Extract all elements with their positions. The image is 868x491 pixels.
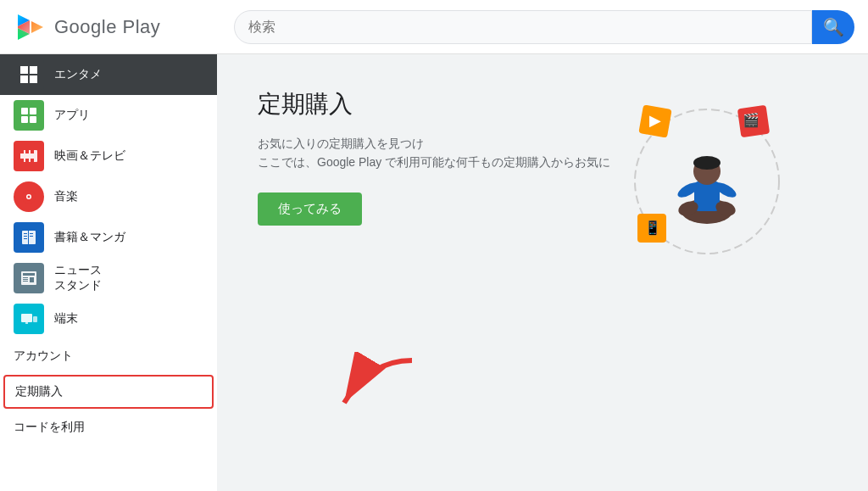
sidebar-item-music[interactable]: 音楽 [0,176,217,217]
svg-rect-30 [30,277,34,282]
search-icon: 🔍 [823,17,844,37]
search-input[interactable] [234,10,812,44]
svg-rect-4 [21,108,28,114]
sidebar-label-news: ニューススタンド [54,263,102,293]
search-button[interactable]: 🔍 [812,10,854,44]
svg-rect-1 [30,66,37,74]
sidebar-code-label: コードを利用 [14,420,85,435]
svg-rect-5 [30,108,36,114]
sidebar-item-apps[interactable]: アプリ [0,95,217,136]
music-icon [14,181,44,212]
sidebar: エンタメ アプリ [0,54,217,491]
svg-rect-32 [33,316,37,322]
svg-rect-31 [21,314,32,322]
logo-area: Google Play [14,10,234,44]
sidebar-item-entertainment[interactable]: エンタメ [0,54,217,95]
entertainment-icon [14,59,44,90]
svg-point-17 [28,196,31,198]
svg-point-44 [693,156,721,170]
search-area: 🔍 [234,10,854,44]
svg-rect-33 [25,322,28,324]
sidebar-item-news[interactable]: ニューススタンド [0,258,217,299]
sidebar-label-books: 書籍＆マンガ [54,230,125,245]
sidebar-item-devices[interactable]: 端末 [0,299,217,339]
sidebar-item-movies[interactable]: 映画＆テレビ [0,136,217,176]
svg-rect-28 [23,279,28,280]
svg-rect-21 [24,236,27,237]
svg-rect-2 [20,75,28,83]
svg-rect-23 [30,233,33,234]
svg-rect-6 [21,116,28,123]
main-content: 定期購入 お気に入りの定期購入を見つけ ここでは、Google Play で利用… [217,54,868,491]
svg-rect-19 [28,231,29,244]
svg-text:▶: ▶ [649,112,661,129]
logo-text: Google Play [54,16,160,38]
movies-icon [14,141,44,171]
sidebar-item-books[interactable]: 書籍＆マンガ [0,217,217,258]
google-play-logo-icon [14,10,47,44]
svg-rect-20 [24,233,27,234]
sidebar-section-account[interactable]: アカウント [0,339,217,373]
svg-rect-14 [31,159,34,162]
sidebar-label-devices: 端末 [54,311,78,326]
svg-rect-12 [25,159,29,162]
svg-rect-3 [30,75,37,83]
sidebar-label-apps: アプリ [54,108,90,123]
svg-text:🎬: 🎬 [743,112,760,128]
sidebar-label-music: 音楽 [54,189,78,204]
svg-rect-11 [20,159,24,162]
svg-rect-13 [31,150,34,153]
header: Google Play 🔍 [0,0,868,54]
devices-icon [14,304,44,334]
books-icon [14,222,44,253]
news-icon [14,263,44,293]
sidebar-label-entertainment: エンタメ [54,67,102,82]
sidebar-label-movies: 映画＆テレビ [54,148,125,164]
sidebar-section-subscription[interactable]: 定期購入 [3,375,214,409]
svg-rect-22 [24,238,27,239]
svg-text:📱: 📱 [644,220,661,236]
svg-rect-9 [20,150,24,153]
apps-icon [14,100,44,131]
main-layout: エンタメ アプリ [0,54,868,491]
svg-rect-24 [30,236,33,237]
svg-rect-27 [23,277,28,278]
subscription-illustration: ▶ 🎬 📱 [597,71,817,292]
sidebar-section-code[interactable]: コードを利用 [0,410,217,444]
sidebar-subscription-label: 定期購入 [15,384,63,399]
try-button[interactable]: 使ってみる [258,192,362,226]
svg-rect-29 [23,281,28,282]
svg-rect-10 [25,150,29,153]
svg-rect-0 [20,66,28,74]
arrow-indicator [319,352,429,423]
arrow-icon [319,352,429,420]
svg-rect-7 [30,116,36,123]
sidebar-account-label: アカウント [14,349,73,364]
svg-rect-26 [23,273,35,276]
illustration: ▶ 🎬 📱 [597,71,834,309]
